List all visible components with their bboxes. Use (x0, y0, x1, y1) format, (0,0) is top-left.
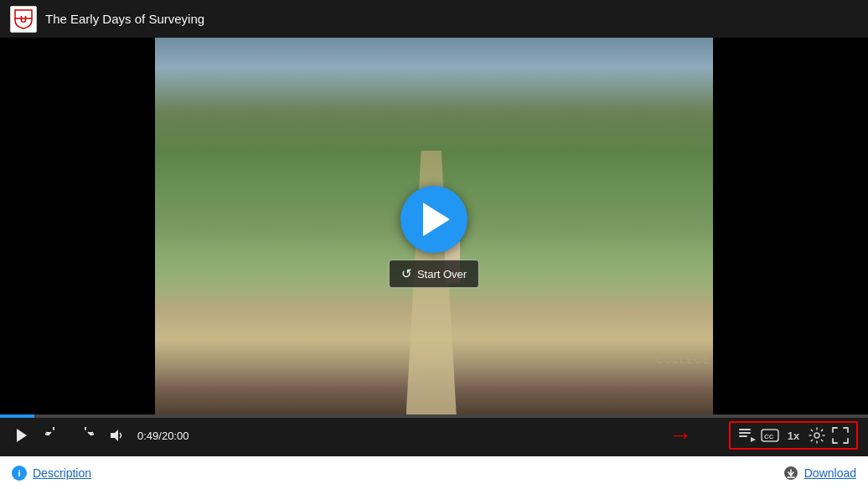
chapters-button[interactable] (737, 426, 756, 445)
settings-icon (809, 427, 825, 444)
svg-marker-8 (751, 437, 756, 442)
fullscreen-button[interactable] (831, 426, 850, 445)
rewind-icon (45, 427, 62, 444)
play-overlay (400, 186, 468, 253)
video-title: The Early Days of Surveying (45, 12, 204, 26)
fullscreen-icon (832, 427, 849, 444)
cc-button[interactable]: CC (761, 426, 779, 445)
red-arrow: → (669, 422, 692, 449)
svg-rect-6 (739, 432, 751, 434)
info-left: i Description (12, 466, 91, 481)
forward-button[interactable] (74, 424, 97, 447)
cc-icon: CC (761, 426, 779, 445)
svg-text:CC: CC (764, 433, 774, 440)
svg-point-11 (814, 433, 819, 438)
download-arrow-icon (783, 466, 798, 481)
logo-text: U (12, 7, 35, 32)
volume-icon (109, 427, 126, 444)
svg-text:U: U (20, 14, 27, 24)
download-icon (783, 466, 798, 481)
play-icon (423, 203, 450, 236)
time-display: 0:49/20:00 (137, 430, 189, 442)
info-icon: i (12, 466, 27, 481)
svg-marker-3 (17, 429, 27, 442)
svg-marker-4 (111, 430, 118, 441)
svg-rect-7 (739, 435, 747, 437)
start-over-icon: ↺ (401, 266, 412, 281)
start-over-label: Start Over (417, 268, 467, 281)
start-over-button[interactable]: ↺ Start Over (389, 260, 479, 288)
play-button[interactable] (400, 186, 468, 253)
rewind-button[interactable] (42, 424, 65, 447)
video-container: COLLEGE ↺ Start Over (0, 38, 868, 414)
settings-button[interactable] (808, 426, 826, 445)
college-watermark: COLLEGE (656, 354, 710, 366)
right-controls-group: CC 1x (729, 421, 858, 450)
speed-button[interactable]: 1x (784, 426, 803, 445)
svg-rect-5 (739, 429, 751, 430)
info-bar: i Description Download (0, 456, 868, 489)
progress-bar[interactable] (0, 414, 868, 418)
play-pause-button[interactable] (10, 424, 34, 447)
description-link[interactable]: Description (33, 466, 91, 480)
speed-label: 1x (788, 430, 799, 442)
play-pause-icon (13, 427, 30, 444)
info-right: Download (783, 466, 856, 481)
controls-bar: 0:49/20:00 → CC 1x (0, 414, 868, 456)
logo: U (10, 6, 37, 33)
download-link[interactable]: Download (804, 466, 856, 480)
volume-button[interactable] (106, 424, 129, 447)
forward-icon (77, 427, 94, 444)
top-bar: U The Early Days of Surveying (0, 0, 868, 38)
progress-fill (0, 414, 34, 418)
chapters-icon (737, 426, 756, 445)
